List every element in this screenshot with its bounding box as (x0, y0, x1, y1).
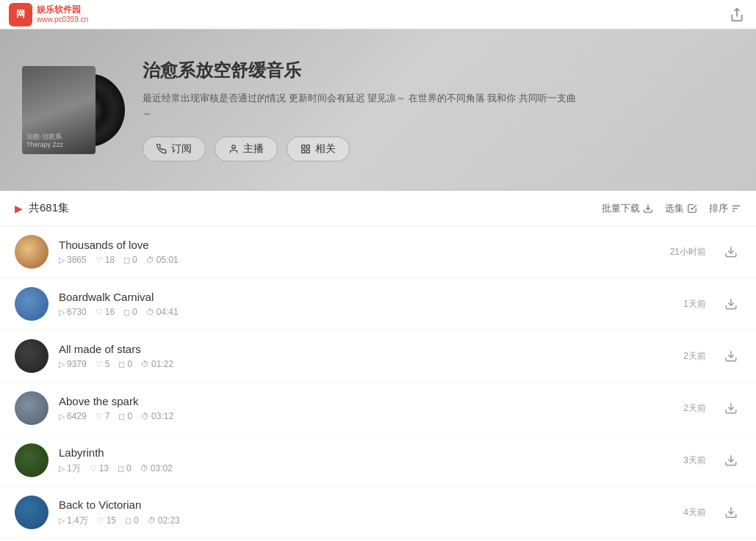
track-download-button[interactable] (721, 294, 741, 314)
logo-area: 网 娱乐软件园 www.pc0359.cn (9, 3, 88, 26)
track-item[interactable]: Back to Victorian ▷ 1.4万 ♡ 15 ◻ 0 ⏱ 02:2… (0, 487, 756, 539)
list-header-right: 批量下载 选集 排序 (602, 202, 741, 215)
like-count: 18 (105, 255, 115, 265)
content-area: ▶ 共681集 批量下载 选集 排序 (0, 191, 756, 541)
track-right: 2天前 (683, 398, 741, 418)
comment-icon: ◻ (125, 516, 132, 526)
track-right: 3天前 (683, 450, 741, 471)
logo-icon: 网 (9, 3, 32, 26)
select-label: 选集 (665, 202, 684, 215)
track-title: Thousands of love (59, 239, 670, 251)
heart-icon: ♡ (97, 516, 104, 526)
clock-icon: ⏱ (148, 516, 156, 525)
heart-icon: ♡ (96, 255, 103, 265)
play-count: 6429 (67, 411, 87, 421)
play-meta-icon: ▷ (59, 308, 65, 317)
comment-count: 0 (127, 411, 132, 421)
sort-button[interactable]: 排序 (709, 202, 741, 215)
track-download-button[interactable] (721, 346, 741, 366)
track-likes: ♡ 15 (97, 515, 116, 526)
track-item[interactable]: Above the spark ▷ 6429 ♡ 7 ◻ 0 ⏱ 03:12 (0, 382, 756, 435)
track-item[interactable]: All made of stars ▷ 9379 ♡ 5 ◻ 0 ⏱ 01:22 (0, 330, 756, 382)
download-icon (724, 245, 738, 258)
related-icon (300, 144, 311, 154)
like-count: 5 (105, 359, 110, 369)
download-icon (724, 454, 738, 467)
play-meta-icon: ▷ (59, 516, 65, 526)
host-icon (228, 144, 239, 154)
track-plays: ▷ 6730 (59, 307, 87, 317)
track-duration: ⏱ 03:02 (140, 463, 173, 473)
track-time-ago: 4天前 (683, 506, 706, 519)
subscribe-button[interactable]: 订阅 (143, 137, 206, 161)
like-count: 16 (105, 307, 115, 317)
duration-value: 03:02 (151, 463, 173, 473)
track-info: Labyrinth ▷ 1万 ♡ 13 ◻ 0 ⏱ 03:02 (59, 446, 683, 475)
batch-download-button[interactable]: 批量下载 (602, 202, 653, 215)
share-button[interactable] (727, 4, 747, 25)
track-duration: ⏱ 05:01 (146, 255, 179, 265)
like-count: 13 (99, 463, 109, 473)
header-description: 最近经常出现审核是否通过的情况 更新时间会有延迟 望见凉～ 在世界的不同角落 我… (143, 91, 583, 122)
clock-icon: ⏱ (146, 255, 154, 264)
track-time-ago: 2天前 (683, 350, 706, 363)
comment-count: 0 (127, 359, 132, 369)
track-thumbnail (15, 235, 48, 269)
top-bar-left: 网 娱乐软件园 www.pc0359.cn (9, 3, 88, 26)
track-meta: ▷ 1万 ♡ 13 ◻ 0 ⏱ 03:02 (59, 462, 683, 475)
comment-icon: ◻ (123, 308, 130, 317)
track-title: Labyrinth (59, 446, 683, 459)
track-download-button[interactable] (721, 502, 741, 523)
track-download-button[interactable] (721, 450, 741, 471)
track-info: Above the spark ▷ 6429 ♡ 7 ◻ 0 ⏱ 03:12 (59, 395, 683, 421)
svg-rect-3 (306, 145, 309, 148)
track-info: Boardwalk Carnival ▷ 6730 ♡ 16 ◻ 0 ⏱ 04:… (59, 291, 683, 317)
duration-value: 02:23 (158, 515, 180, 526)
track-item[interactable]: Labyrinth ▷ 1万 ♡ 13 ◻ 0 ⏱ 03:02 (0, 435, 756, 487)
play-meta-icon: ▷ (59, 255, 65, 265)
track-meta: ▷ 3865 ♡ 18 ◻ 0 ⏱ 05:01 (59, 255, 670, 265)
track-title: Back to Victorian (59, 498, 683, 511)
download-icon (724, 402, 738, 415)
duration-value: 04:41 (156, 307, 179, 317)
header-info: 治愈系放空舒缓音乐 最近经常出现审核是否通过的情况 更新时间会有延迟 望见凉～ … (143, 59, 734, 161)
download-icon (724, 506, 738, 519)
track-list: Thousands of love ▷ 3865 ♡ 18 ◻ 0 ⏱ 05:0… (0, 226, 756, 541)
track-plays: ▷ 1.4万 (59, 515, 88, 527)
duration-value: 01:22 (151, 359, 173, 369)
track-likes: ♡ 13 (90, 463, 109, 473)
track-likes: ♡ 16 (96, 307, 115, 317)
like-count: 15 (107, 515, 116, 526)
host-label: 主播 (243, 142, 264, 156)
track-info: Thousands of love ▷ 3865 ♡ 18 ◻ 0 ⏱ 05:0… (59, 239, 670, 265)
page-title: 治愈系放空舒缓音乐 (143, 59, 734, 82)
sort-label: 排序 (709, 202, 728, 215)
track-info: Back to Victorian ▷ 1.4万 ♡ 15 ◻ 0 ⏱ 02:2… (59, 498, 683, 527)
track-item[interactable]: Thousands of love ▷ 3865 ♡ 18 ◻ 0 ⏱ 05:0… (0, 226, 756, 278)
track-thumbnail (15, 391, 48, 425)
track-download-button[interactable] (721, 242, 741, 262)
play-meta-icon: ▷ (59, 412, 65, 421)
clock-icon: ⏱ (141, 360, 149, 368)
track-item[interactable]: Boardwalk Carnival ▷ 6730 ♡ 16 ◻ 0 ⏱ 04:… (0, 278, 756, 330)
svg-rect-5 (302, 150, 305, 153)
track-download-button[interactable] (721, 398, 741, 418)
sort-icon (731, 203, 741, 214)
track-comments: ◻ 0 (125, 515, 139, 526)
select-button[interactable]: 选集 (665, 202, 697, 215)
track-time-ago: 3天前 (683, 454, 706, 467)
host-button[interactable]: 主播 (215, 137, 278, 161)
track-comments: ◻ 0 (118, 411, 132, 421)
track-duration: ⏱ 01:22 (141, 359, 173, 369)
track-right: 4天前 (683, 502, 741, 523)
subscribe-icon (156, 144, 167, 154)
track-right: 21小时前 (670, 242, 741, 262)
comment-icon: ◻ (118, 360, 125, 369)
comment-icon: ◻ (123, 255, 130, 265)
heart-icon: ♡ (96, 412, 103, 421)
svg-rect-4 (306, 150, 309, 153)
related-button[interactable]: 相关 (287, 137, 350, 161)
download-icon (724, 349, 738, 363)
duration-value: 03:12 (151, 411, 173, 421)
duration-value: 05:01 (156, 255, 179, 265)
